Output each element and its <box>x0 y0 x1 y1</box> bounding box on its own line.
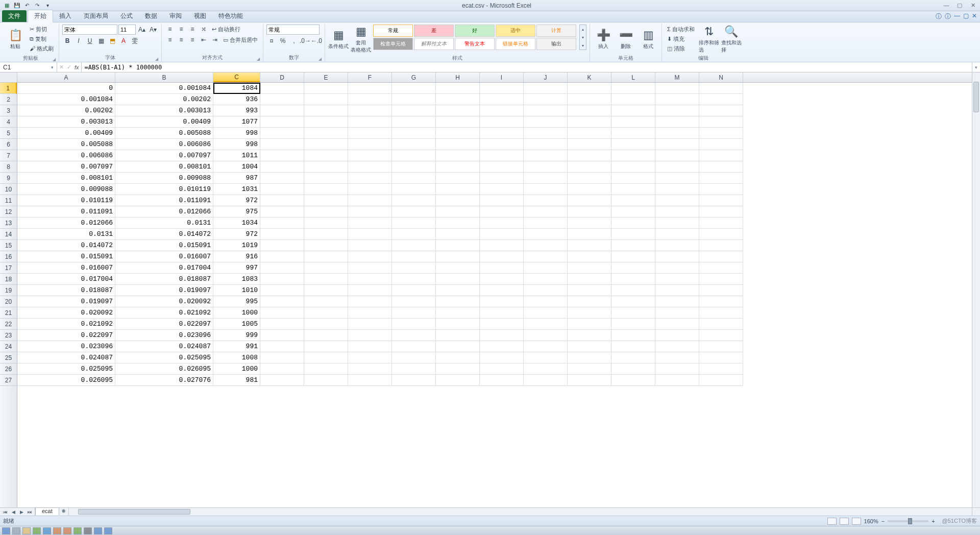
style-输出[interactable]: 输出 <box>536 38 576 50</box>
brush-icon: 🖌 <box>30 45 35 52</box>
maximize-icon[interactable]: ▢ <box>954 2 965 9</box>
qat-dropdown-icon[interactable]: ▾ <box>43 1 52 10</box>
close-icon[interactable]: ✕ <box>968 2 978 9</box>
expand-formula-bar-icon[interactable]: ▾ <box>972 62 980 72</box>
save-icon[interactable]: 💾 <box>12 1 21 10</box>
paste-button[interactable]: 📋粘贴 <box>5 25 26 54</box>
formula-input[interactable] <box>82 62 972 72</box>
excel-icon[interactable]: ▦ <box>2 1 11 10</box>
underline-button[interactable]: U <box>85 36 95 45</box>
group-editing: Σ自动求和 ⬇填充 ◫清除 ⇅排序和筛选 🔍查找和选择 编辑 <box>662 23 745 62</box>
tab-数据[interactable]: 数据 <box>139 10 163 22</box>
format-painter-button[interactable]: 🖌格式刷 <box>28 44 56 53</box>
help-icon[interactable]: ⓘ <box>945 12 951 21</box>
tab-特色功能[interactable]: 特色功能 <box>212 10 249 22</box>
tab-视图[interactable]: 视图 <box>188 10 212 22</box>
window-min-icon[interactable]: — <box>954 12 960 21</box>
align-top-icon[interactable]: ≡ <box>165 25 175 34</box>
minimize-icon[interactable]: — <box>941 2 951 9</box>
font-color-button[interactable]: A <box>118 36 129 45</box>
paste-icon: 📋 <box>9 29 22 42</box>
sigma-icon: Σ <box>667 26 671 32</box>
increase-font-icon[interactable]: A▴ <box>137 25 147 34</box>
launcher-icon[interactable]: ◢ <box>53 57 56 62</box>
autosum-button[interactable]: Σ自动求和 <box>665 25 697 34</box>
italic-button[interactable]: I <box>74 36 84 45</box>
launcher-icon[interactable]: ◢ <box>155 57 158 61</box>
gallery-more-button[interactable]: ▴▾▾ <box>579 25 586 50</box>
format-cells-button[interactable]: ▥格式 <box>638 25 658 54</box>
quick-access-toolbar: ▦ 💾 ↶ ↷ ▾ <box>2 1 52 10</box>
cond-format-icon: ▦ <box>333 29 344 42</box>
insert-cells-button[interactable]: ➕插入 <box>593 25 614 54</box>
bold-button[interactable]: B <box>62 36 72 45</box>
style-解释性文本[interactable]: 解释性文本 <box>414 38 454 50</box>
clear-button[interactable]: ◫清除 <box>665 44 697 53</box>
fill-button[interactable]: ⬇填充 <box>665 34 697 43</box>
tab-审阅[interactable]: 审阅 <box>163 10 188 22</box>
number-format-combo[interactable] <box>266 25 320 35</box>
chevron-down-icon[interactable]: ▾ <box>51 65 54 70</box>
decrease-decimal-icon[interactable]: ←.0 <box>311 36 322 45</box>
cut-button[interactable]: ✂剪切 <box>28 25 56 34</box>
align-bottom-icon[interactable]: ≡ <box>187 25 198 34</box>
increase-decimal-icon[interactable]: .0→ <box>300 36 310 45</box>
format-as-table-button[interactable]: ▦套用 表格格式 <box>351 25 371 54</box>
style-检查单元格[interactable]: 检查单元格 <box>373 38 413 50</box>
cell-styles-gallery: 常规差好适中计算检查单元格解释性文本警告文本链接单元格输出 <box>373 25 576 54</box>
align-middle-icon[interactable]: ≡ <box>176 25 186 34</box>
sort-icon: ⇅ <box>704 25 714 38</box>
style-好[interactable]: 好 <box>455 25 495 37</box>
enter-formula-icon[interactable]: ✓ <box>67 64 71 70</box>
delete-cells-button[interactable]: ➖删除 <box>616 25 636 54</box>
minimize-ribbon-icon[interactable]: ⓘ <box>936 12 942 21</box>
redo-icon[interactable]: ↷ <box>33 1 42 10</box>
comma-format-icon[interactable]: , <box>289 36 299 45</box>
sort-filter-button[interactable]: ⇅排序和筛选 <box>699 25 719 54</box>
percent-format-icon[interactable]: % <box>278 36 288 45</box>
tab-页面布局[interactable]: 页面布局 <box>78 10 114 22</box>
merge-center-button[interactable]: ▭合并后居中 <box>221 35 260 44</box>
group-styles-label: 样式 <box>452 55 462 61</box>
border-button[interactable]: ▦ <box>96 36 106 45</box>
group-number: ¤ % , .0→ ←.0 数字◢ <box>263 23 325 62</box>
formula-bar: C1▾ ✕ ✓ fx ▾ <box>0 62 980 72</box>
font-name-combo[interactable] <box>62 25 117 35</box>
align-center-icon[interactable]: ≡ <box>176 35 186 44</box>
tab-插入[interactable]: 插入 <box>53 10 78 22</box>
undo-icon[interactable]: ↶ <box>22 1 32 10</box>
wrap-text-button[interactable]: ↩自动换行 <box>210 25 242 34</box>
increase-indent-icon[interactable]: ⇥ <box>210 35 220 44</box>
font-size-combo[interactable] <box>118 25 136 35</box>
style-常规[interactable]: 常规 <box>373 25 413 37</box>
fill-color-button[interactable]: ⬒ <box>107 36 117 45</box>
tab-开始[interactable]: 开始 <box>28 10 53 22</box>
style-警告文本[interactable]: 警告文本 <box>455 38 495 50</box>
style-链接单元格[interactable]: 链接单元格 <box>496 38 535 50</box>
launcher-icon[interactable]: ◢ <box>318 57 322 61</box>
style-适中[interactable]: 适中 <box>496 25 535 37</box>
window-restore-icon[interactable]: ▢ <box>963 12 969 21</box>
decrease-font-icon[interactable]: A▾ <box>148 25 158 34</box>
insert-function-button[interactable]: fx <box>75 64 79 70</box>
window-close-icon[interactable]: ✕ <box>972 12 977 21</box>
scissors-icon: ✂ <box>30 26 34 33</box>
style-差[interactable]: 差 <box>414 25 454 37</box>
name-box[interactable]: C1▾ <box>0 62 57 72</box>
conditional-formatting-button[interactable]: ▦条件格式 <box>328 25 349 54</box>
align-left-icon[interactable]: ≡ <box>165 35 175 44</box>
wrap-icon: ↩ <box>212 26 216 33</box>
style-计算[interactable]: 计算 <box>536 25 576 37</box>
copy-button[interactable]: ⧉复制 <box>28 34 56 43</box>
find-select-button[interactable]: 🔍查找和选择 <box>721 25 742 54</box>
phonetic-button[interactable]: 雯 <box>130 36 140 45</box>
group-number-label: 数字 <box>289 55 299 60</box>
accounting-format-icon[interactable]: ¤ <box>266 36 277 45</box>
orientation-icon[interactable]: ⤭ <box>199 25 209 34</box>
cancel-formula-icon[interactable]: ✕ <box>59 64 64 70</box>
align-right-icon[interactable]: ≡ <box>187 35 198 44</box>
tab-公式[interactable]: 公式 <box>114 10 139 22</box>
decrease-indent-icon[interactable]: ⇤ <box>199 35 209 44</box>
launcher-icon[interactable]: ◢ <box>257 57 260 61</box>
tab-file[interactable]: 文件 <box>2 10 27 22</box>
